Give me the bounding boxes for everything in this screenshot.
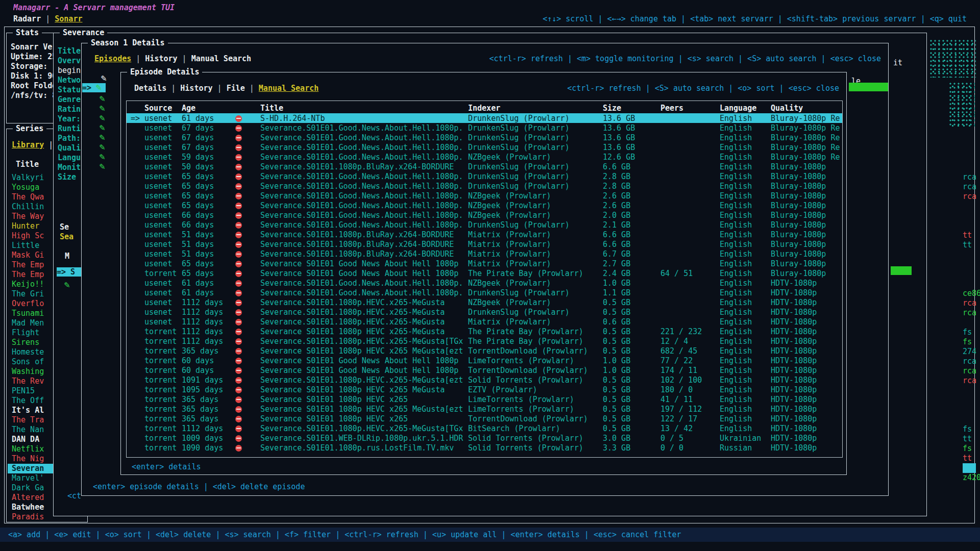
season-tab[interactable]: Manual Search: [178, 54, 252, 63]
release-row[interactable]: torrent 1091 days Severance.S01E01.1080p…: [127, 375, 842, 385]
release-size: 2.7 GB: [603, 259, 660, 268]
release-indexer: TorrentDownload (Prowlarr): [468, 414, 603, 423]
release-row[interactable]: torrent 1090 days Severance.S01E01.1080p…: [127, 443, 842, 453]
selected-season-row-fragment[interactable]: => S: [57, 267, 81, 277]
episode-tab[interactable]: History: [166, 84, 212, 93]
selected-episode-row-fragment[interactable]: => ✎: [82, 83, 106, 92]
release-row[interactable]: torrent 1095 days Severance S01E01 1080p…: [127, 385, 842, 394]
release-row[interactable]: usenet 61 days Severance.S01E01.Good.New…: [127, 278, 842, 288]
release-indexer: DrunkenSlug (Prowlarr): [468, 114, 603, 123]
release-row[interactable]: usenet 65 days Severance.S01E01.Good.New…: [127, 201, 842, 210]
release-language: English: [720, 298, 771, 307]
release-row[interactable]: usenet 67 days Severance.S01E01.Good.New…: [127, 123, 842, 133]
col-indexer[interactable]: Indexer: [468, 104, 603, 113]
episode-monitored-icon: ✎: [99, 133, 109, 142]
episode-tab[interactable]: Manual Search: [245, 84, 319, 93]
col-size[interactable]: Size: [603, 104, 660, 113]
release-row[interactable]: usenet 51 days Severance.S01E01.1080p.Bl…: [127, 249, 842, 259]
col-source[interactable]: Source: [144, 104, 182, 113]
release-row[interactable]: torrent 1112 days Severance.S01E01.1080p…: [127, 423, 842, 433]
season-tab[interactable]: Episodes: [94, 54, 131, 63]
release-row[interactable]: usenet 59 days Severance.S01E01.Good.New…: [127, 152, 842, 162]
col-age[interactable]: Age: [182, 104, 235, 113]
servarr-tab[interactable]: Sonarr: [41, 14, 82, 23]
release-indexer: TorrentDownload (Prowlarr): [468, 366, 603, 375]
release-row[interactable]: usenet 51 days Severance.S01E01.1080p.Bl…: [127, 230, 842, 239]
release-age: 67 days: [182, 133, 235, 142]
release-row[interactable]: torrent 365 days Severance S01E01 1080p …: [127, 394, 842, 404]
release-title: Severance.S01E01.Good.News.About.Hell.10…: [260, 201, 468, 210]
release-language: English: [720, 337, 771, 346]
release-row[interactable]: usenet 66 days Severance.S01E01.Good.New…: [127, 210, 842, 220]
season-tab[interactable]: History: [131, 54, 177, 63]
release-source: usenet: [144, 220, 182, 230]
release-row[interactable]: usenet 1112 days Severance.S01E01.1080p.…: [127, 317, 842, 327]
release-row[interactable]: torrent 365 days Severance S01E01 1080p …: [127, 404, 842, 414]
release-peers: 0 / 0: [660, 443, 720, 453]
release-row[interactable]: usenet 67 days Severance.S01E01.Good.New…: [127, 142, 842, 152]
release-source: torrent: [144, 414, 182, 423]
release-row[interactable]: torrent 65 days Severance S01E01 Good Ne…: [127, 268, 842, 278]
release-size: 13.6 GB: [603, 123, 660, 133]
col-quality[interactable]: Quality: [771, 104, 843, 113]
release-row[interactable]: usenet 50 days Severance.S01E01.1080p.Bl…: [127, 162, 842, 171]
rejected-icon: [235, 125, 242, 132]
library-row-tail: tt: [963, 454, 972, 463]
release-indexer: NZBgeek (Prowlarr): [468, 211, 603, 220]
release-row[interactable]: usenet 51 days Severance.S01E01.1080p.Bl…: [127, 239, 842, 249]
release-indexer: Miatrix (Prowlarr): [468, 317, 603, 327]
rejected-icon: [235, 396, 242, 403]
rejected-icon: [235, 164, 242, 170]
release-row[interactable]: usenet 61 days Severance.S01E01.Good.New…: [127, 288, 842, 297]
release-indexer: Miatrix (Prowlarr): [468, 249, 603, 259]
release-row[interactable]: usenet 65 days Severance.S01E01.Good.New…: [127, 181, 842, 191]
stats-panel-title: Stats: [13, 28, 42, 37]
library-row-tail: fs: [963, 424, 972, 434]
library-row-tail: fs: [963, 444, 972, 454]
release-row[interactable]: torrent 1009 days Severance.S01E01.WEB-D…: [127, 433, 842, 443]
release-quality: HDTV-1080p: [771, 434, 843, 443]
release-row[interactable]: torrent 1112 days Severance S01E01 1080p…: [127, 327, 842, 336]
release-age: 60 days: [182, 366, 235, 375]
rejected-icon: [235, 416, 242, 422]
episode-tab[interactable]: File: [213, 84, 245, 93]
release-indexer: EZTV (Prowlarr): [468, 385, 603, 394]
release-row[interactable]: => usenet 61 days S-HD.H.264-NTb Drunken…: [127, 113, 842, 123]
release-title: Severance.S01E01.WEB-DLRip.1080p.ukr.5.1…: [260, 434, 468, 443]
release-row[interactable]: usenet 1112 days Severance.S01E01.1080p.…: [127, 297, 842, 307]
release-row[interactable]: torrent 60 days Severance S01E01 Good Ne…: [127, 356, 842, 365]
release-row[interactable]: torrent 365 days Severance S01E01 1080p …: [127, 346, 842, 356]
episode-tab[interactable]: Details: [134, 84, 166, 93]
release-row[interactable]: torrent 1112 days Severance.S01E01.1080p…: [127, 336, 842, 346]
release-age: 61 days: [182, 288, 235, 297]
window-help-tail-fragment: it: [893, 58, 902, 68]
servarr-tab[interactable]: Radarr: [13, 14, 41, 23]
release-row[interactable]: usenet 67 days Severance.S01E01.Good.New…: [127, 133, 842, 142]
release-size: 6.7 GB: [603, 249, 660, 259]
release-row[interactable]: torrent 60 days Severance S01E01 Good Ne…: [127, 365, 842, 375]
release-source: usenet: [144, 298, 182, 307]
release-row[interactable]: usenet 65 days Severance.S01E01.Good.New…: [127, 191, 842, 201]
release-language: English: [720, 308, 771, 317]
col-language[interactable]: Language: [720, 104, 771, 113]
release-row[interactable]: torrent 365 days Severance S01E01 1080p …: [127, 414, 842, 423]
release-quality: Bluray-1080p: [771, 240, 843, 249]
release-title: Severance.S01E01.Good.News.About.Hell.10…: [260, 288, 468, 297]
library-row-tail: rca: [963, 376, 976, 386]
release-size: 0.5 GB: [603, 375, 660, 385]
release-source: torrent: [144, 434, 182, 443]
episode-keybindings: <ctrl-r> refresh | <S> auto search | <o>…: [567, 84, 839, 93]
col-peers[interactable]: Peers: [660, 104, 720, 113]
release-row[interactable]: usenet 66 days Severance.S01E01.Good.New…: [127, 220, 842, 230]
episode-monitored-icon: ✎: [99, 114, 109, 123]
release-size: 0.5 GB: [603, 395, 660, 404]
seasons-tab-fragment: Sea: [60, 232, 74, 242]
release-peers: 221 / 232: [660, 327, 720, 336]
col-title[interactable]: Title: [260, 104, 468, 113]
release-row[interactable]: usenet 65 days Severance.S01E01.Good.New…: [127, 171, 842, 181]
release-language: English: [720, 327, 771, 336]
series-tab[interactable]: Library: [12, 140, 44, 150]
release-row[interactable]: usenet 1112 days Severance.S01E01.1080p.…: [127, 307, 842, 317]
rejected-icon: [235, 445, 242, 452]
release-row[interactable]: usenet 65 days Severance S01E01 Good New…: [127, 259, 842, 268]
